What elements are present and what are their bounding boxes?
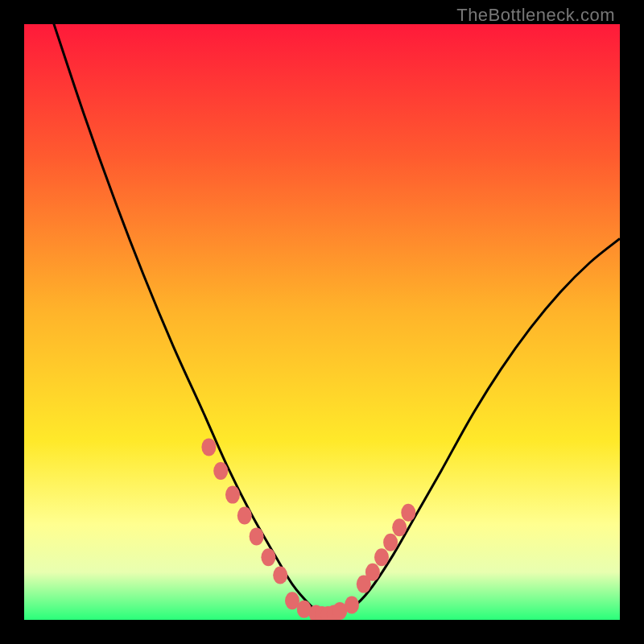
curve-marker (213, 462, 228, 480)
curve-marker (225, 486, 240, 504)
curve-marker (374, 548, 389, 566)
curve-marker (392, 518, 407, 536)
curve-marker (273, 567, 287, 584)
curve-marker (383, 534, 398, 551)
curve-marker (345, 597, 359, 614)
gradient-rect (24, 24, 620, 620)
curve-marker (237, 507, 252, 525)
curve-marker (201, 438, 216, 456)
curve-marker (261, 548, 275, 566)
curve-marker (250, 527, 264, 545)
chart-frame (24, 24, 620, 620)
curve-marker (365, 564, 380, 581)
bottleneck-chart (24, 24, 620, 620)
curve-marker (401, 504, 415, 522)
watermark-text: TheBottleneck.com (456, 5, 615, 26)
